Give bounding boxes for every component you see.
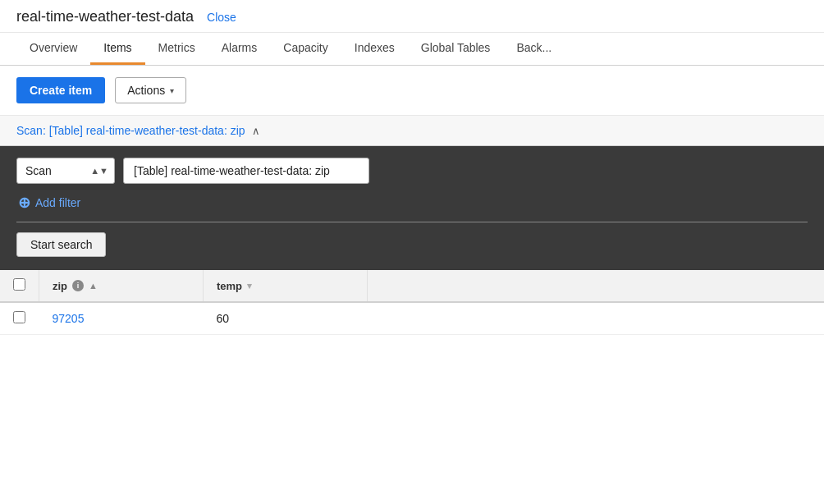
temp-filter-icon[interactable]: ▾ [247,281,252,291]
tab-backups[interactable]: Back... [503,33,565,65]
scan-mode-select[interactable]: Scan Query [16,158,115,184]
tab-items[interactable]: Items [90,33,144,65]
select-all-checkbox[interactable] [13,278,25,291]
col-temp-label: temp [217,280,242,292]
row-checkbox-cell [0,302,39,335]
add-filter-row: ⊕ Add filter [16,194,808,212]
toolbar: Create item Actions ▾ [0,66,824,116]
cell-temp: 60 [204,302,368,335]
table-area: zip i ▲ temp ▾ [0,270,824,335]
start-search-button[interactable]: Start search [16,232,106,257]
tab-alarms[interactable]: Alarms [208,33,271,65]
scan-target-display: [Table] real-time-weather-test-data: zip [123,158,369,184]
add-filter-label[interactable]: Add filter [35,196,80,209]
scan-mode-wrapper: Scan Query ▲▼ [16,158,115,184]
header-empty [368,270,825,302]
close-link[interactable]: Close [207,11,236,24]
add-filter-icon: ⊕ [18,194,30,212]
actions-label: Actions [127,84,165,97]
zip-link[interactable]: 97205 [53,312,85,325]
tab-capacity[interactable]: Capacity [270,33,341,65]
tab-indexes[interactable]: Indexes [341,33,408,65]
zip-sort-icon[interactable]: ▲ [89,281,98,291]
header-zip: zip i ▲ [39,270,204,302]
tab-metrics[interactable]: Metrics [145,33,208,65]
scan-panel-title: Scan: [Table] real-time-weather-test-dat… [16,124,245,137]
cell-empty [368,302,825,335]
tab-global-tables[interactable]: Global Tables [408,33,504,65]
header-temp: temp ▾ [204,270,368,302]
data-table: zip i ▲ temp ▾ [0,270,824,335]
scan-controls: Scan Query ▲▼ [Table] real-time-weather-… [0,146,824,270]
create-item-button[interactable]: Create item [16,77,105,103]
divider [16,222,808,222]
actions-button[interactable]: Actions ▾ [115,77,186,103]
scan-row: Scan Query ▲▼ [Table] real-time-weather-… [16,158,808,184]
tab-overview[interactable]: Overview [16,33,90,65]
chevron-down-icon: ▾ [170,86,174,95]
table-row: 97205 60 [0,302,824,335]
scan-panel-header: Scan: [Table] real-time-weather-test-dat… [0,116,824,146]
cell-zip: 97205 [39,302,204,335]
tabs-bar: Overview Items Metrics Alarms Capacity I… [0,33,824,66]
header-checkbox-cell [0,270,39,302]
page-title: real-time-weather-test-data [16,8,194,25]
page-header: real-time-weather-test-data Close [0,0,824,33]
chevron-up-icon[interactable]: ∧ [252,125,260,137]
col-zip-label: zip [53,280,67,292]
zip-info-icon[interactable]: i [72,280,84,291]
row-checkbox[interactable] [13,311,25,323]
table-header-row: zip i ▲ temp ▾ [0,270,824,302]
